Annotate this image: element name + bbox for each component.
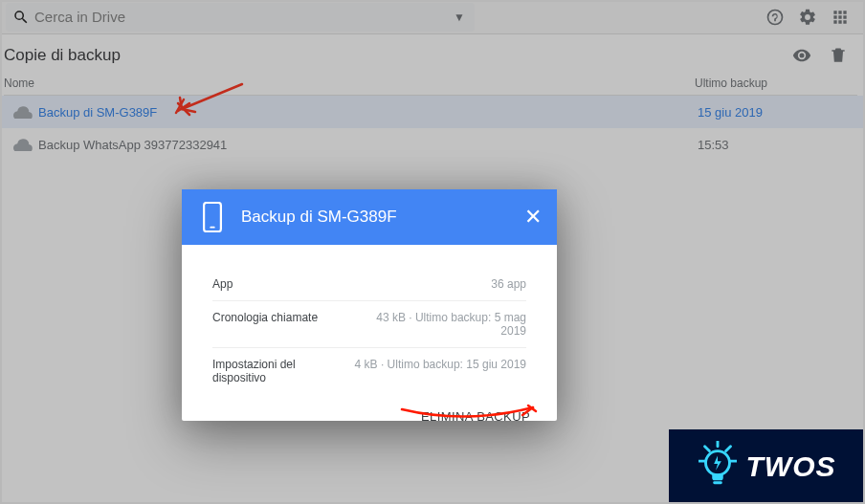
dialog-title: Backup di SM-G389F — [241, 208, 524, 227]
search-input[interactable] — [31, 5, 450, 29]
column-last-backup: Ultimo backup — [695, 77, 857, 91]
page-header: Copie di backup — [4, 40, 857, 71]
row-name: Backup WhatsApp 393772332941 — [38, 138, 698, 152]
table-row[interactable]: Backup di SM-G389F 15 giu 2019 — [0, 96, 865, 128]
chevron-down-icon[interactable]: ▼ — [450, 8, 469, 27]
page-actions — [792, 46, 857, 65]
svg-rect-1 — [210, 227, 214, 229]
dialog-header: Backup di SM-G389F ✕ — [182, 189, 557, 245]
dialog-footer: ELIMINA BACKUP — [182, 394, 557, 425]
gear-icon[interactable] — [798, 8, 817, 27]
section-value: 4 kB · Ultimo backup: 15 giu 2019 — [351, 358, 526, 384]
svg-line-4 — [725, 447, 730, 451]
section-label: Impostazioni del dispositivo — [212, 358, 351, 384]
table-header: Nome Ultimo backup — [4, 77, 857, 96]
backup-section: Cronologia chiamate 43 kB · Ultimo backu… — [212, 301, 526, 348]
apps-icon[interactable] — [831, 8, 850, 27]
dialog-body: App 36 app Cronologia chiamate 43 kB · U… — [182, 245, 557, 394]
delete-backup-button[interactable]: ELIMINA BACKUP — [421, 409, 530, 424]
row-date: 15:53 — [698, 138, 865, 152]
section-value: 36 app — [351, 277, 526, 291]
row-date: 15 giu 2019 — [698, 105, 865, 120]
topbar-actions — [765, 8, 857, 27]
section-value: 43 kB · Ultimo backup: 5 mag 2019 — [351, 311, 526, 338]
backup-details-dialog: Backup di SM-G389F ✕ App 36 app Cronolog… — [182, 189, 557, 421]
cloud-icon — [13, 105, 38, 119]
help-icon[interactable] — [765, 8, 785, 27]
column-name: Nome — [4, 77, 695, 91]
section-label: App — [212, 277, 351, 291]
table-row[interactable]: Backup WhatsApp 393772332941 15:53 — [0, 128, 865, 161]
search-icon[interactable] — [11, 8, 31, 27]
close-icon[interactable]: ✕ — [524, 205, 542, 230]
search-box[interactable]: ▼ — [6, 3, 475, 32]
section-label: Cronologia chiamate — [212, 311, 351, 338]
eye-icon[interactable] — [792, 46, 811, 65]
svg-rect-8 — [713, 481, 722, 484]
row-name: Backup di SM-G389F — [38, 105, 698, 120]
page-title: Copie di backup — [4, 46, 121, 65]
backup-section: App 36 app — [212, 268, 526, 301]
cloud-icon — [13, 138, 38, 151]
bulb-icon — [699, 441, 737, 493]
svg-line-3 — [704, 447, 709, 451]
trash-icon[interactable] — [829, 46, 848, 65]
phone-icon — [197, 202, 228, 232]
watermark-logo: TWOS — [669, 429, 865, 504]
logo-text: TWOS — [746, 450, 836, 483]
backup-section: Impostazioni del dispositivo 4 kB · Ulti… — [212, 348, 526, 394]
top-bar: ▼ — [0, 0, 865, 34]
